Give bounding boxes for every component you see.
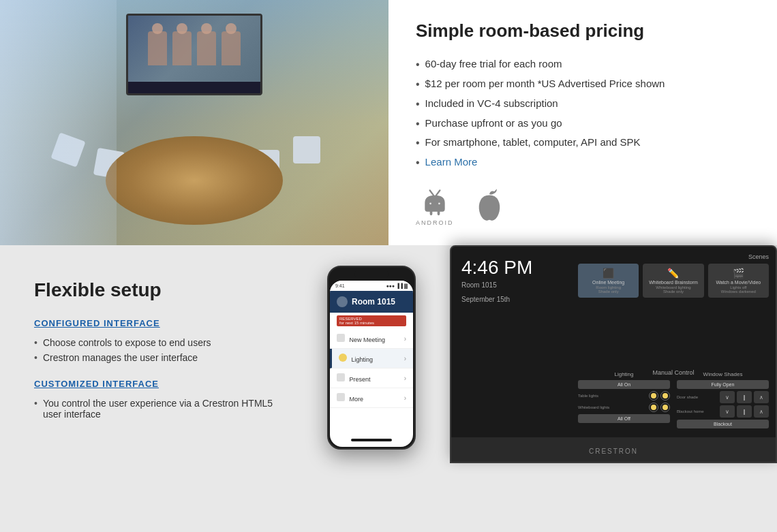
whiteboard-light-btn-2[interactable] xyxy=(660,403,670,412)
pricing-bullet-3: Included in VC-4 subscription xyxy=(416,95,750,114)
panel-time: 4:46 PM xyxy=(461,257,532,279)
phone-menu-item-present[interactable]: Present › xyxy=(330,369,413,388)
configured-list: Choose controls to expose to end users C… xyxy=(34,335,286,365)
arrow-icon: › xyxy=(404,355,406,362)
scene-icon: 🎬 xyxy=(711,268,766,279)
platform-icons: ANDROID xyxy=(416,187,750,226)
shades-label: Window Shades xyxy=(677,371,769,377)
phone-mockup: 9:41 ●●● ▐▐ ▓ Room 1015 RESERVED for nex… xyxy=(327,266,416,450)
scene-label: Online Meeting xyxy=(581,280,636,285)
all-on-btn[interactable]: All On xyxy=(578,380,670,389)
phone-header-icon xyxy=(337,296,348,307)
scene-label: Whiteboard Brainstorm xyxy=(645,280,701,285)
panel-mockup: 4:46 PM Room 1015 September 15th Scenes … xyxy=(450,245,777,463)
scene-label: Watch a Movie/Video xyxy=(711,280,766,285)
blackout-up-btn[interactable]: ∧ xyxy=(754,405,769,418)
shade-up-btn[interactable]: ∧ xyxy=(754,391,769,403)
scene-sublabel: Room lightingShade only xyxy=(581,285,636,294)
chair xyxy=(50,132,85,167)
phone-home-indicator xyxy=(351,439,392,441)
table-light-btn-2[interactable] xyxy=(660,391,670,401)
phone-signal: ●●● ▐▐ ▓ xyxy=(386,283,408,288)
panel-screen: 4:46 PM Room 1015 September 15th Scenes … xyxy=(451,247,776,437)
conference-table xyxy=(106,136,283,225)
pricing-bullet-4: Purchase upfront or as you go xyxy=(416,114,750,134)
learn-more-link[interactable]: Learn More xyxy=(425,156,478,168)
svg-point-5 xyxy=(438,202,440,204)
panel-shades-section: Window Shades Fully Open Door shade ∨ ‖ … xyxy=(677,371,769,431)
scene-online-meeting[interactable]: ⬛ Online Meeting Room lightingShade only xyxy=(578,264,639,298)
top-section: Simple room-based pricing 60-day free tr… xyxy=(0,0,777,245)
person xyxy=(148,31,167,65)
arrow-icon: › xyxy=(404,375,406,382)
whiteboard-light-btn-1[interactable] xyxy=(649,403,658,412)
menu-label-present: Present xyxy=(350,376,371,383)
door-shade-label: Door shade xyxy=(677,395,718,399)
pricing-bullet-learn-more: Learn More xyxy=(416,153,750,173)
present-icon xyxy=(337,373,345,381)
panel-room: Room 1015 xyxy=(461,281,532,289)
pricing-bullet-1: 60-day free trial for each room xyxy=(416,55,750,75)
panel-date: September 15th xyxy=(461,296,532,303)
scene-icon: ⬛ xyxy=(581,268,636,279)
menu-label-meeting: New Meeting xyxy=(350,337,386,343)
calendar-icon xyxy=(337,334,345,342)
apple-icon xyxy=(474,189,504,224)
phone-status-bar: 9:41 ●●● ▐▐ ▓ xyxy=(330,281,413,291)
phone-reserved-badge: RESERVED for next 15 minutes xyxy=(337,315,406,326)
arrow-icon: › xyxy=(404,394,406,402)
tv-screen xyxy=(128,16,260,82)
blackout-down-btn[interactable]: ∨ xyxy=(720,405,735,418)
arrow-icon: › xyxy=(404,335,406,343)
scene-icon: ✏️ xyxy=(645,268,701,279)
table-light-btn-1[interactable] xyxy=(649,391,658,401)
phone-screen: 9:41 ●●● ▐▐ ▓ Room 1015 RESERVED for nex… xyxy=(330,281,413,447)
lightbulb-icon xyxy=(339,354,347,362)
more-icon xyxy=(337,393,345,401)
scene-sublabel: Lights offWindows darkened xyxy=(711,285,766,294)
conference-room-image xyxy=(0,0,388,245)
scene-movie[interactable]: 🎬 Watch a Movie/Video Lights offWindows … xyxy=(708,264,769,298)
flexible-title: Flexible setup xyxy=(34,279,286,301)
panel-scenes-grid: ⬛ Online Meeting Room lightingShade only… xyxy=(578,264,769,298)
panel-lighting-section: Lighting All On Table lights Whiteboard … xyxy=(578,371,670,431)
android-platform: ANDROID xyxy=(416,187,454,226)
shade-down-btn[interactable]: ∨ xyxy=(720,391,735,403)
phone-time: 9:41 xyxy=(335,283,345,288)
tv-people xyxy=(128,16,260,82)
panel-controls-row: Lighting All On Table lights Whiteboard … xyxy=(578,371,769,431)
pricing-title: Simple room-based pricing xyxy=(416,20,750,42)
phone-menu-item-lighting[interactable]: Lighting › xyxy=(330,349,413,369)
table-lights-label: Table lights xyxy=(578,394,647,398)
lighting-label: Lighting xyxy=(578,371,670,377)
devices-container: 9:41 ●●● ▐▐ ▓ Room 1015 RESERVED for nex… xyxy=(314,245,777,532)
flexible-content: Flexible setup CONFIGURED INTERFACE Choo… xyxy=(0,245,314,532)
person xyxy=(172,31,192,65)
phone-menu-item-meeting[interactable]: New Meeting › xyxy=(330,329,413,349)
person xyxy=(197,31,216,65)
all-off-btn[interactable]: All Off xyxy=(578,414,670,423)
customized-bullet-1: You control the user experience via a Cr… xyxy=(34,396,286,422)
phone-menu-item-more[interactable]: More › xyxy=(330,388,413,408)
phone-notch xyxy=(354,271,388,277)
svg-line-3 xyxy=(436,190,440,195)
blackout-stop-btn[interactable]: ‖ xyxy=(737,405,752,418)
configured-interface-title: CONFIGURED INTERFACE xyxy=(34,318,286,328)
scene-whiteboard[interactable]: ✏️ Whiteboard Brainstorm Whiteboard ligh… xyxy=(643,264,703,298)
whiteboard-lights-label: Whiteboard lights xyxy=(578,405,647,409)
svg-line-2 xyxy=(429,190,433,195)
android-icon xyxy=(420,187,450,217)
conference-tv xyxy=(126,14,262,95)
configured-bullet-2: Crestron manages the user interface xyxy=(34,350,286,365)
shade-stop-btn[interactable]: ‖ xyxy=(737,391,752,403)
pricing-list: 60-day free trial for each room $12 per … xyxy=(416,55,750,173)
pricing-bullet-5: For smartphone, tablet, computer, API an… xyxy=(416,134,750,153)
pricing-section: Simple room-based pricing 60-day free tr… xyxy=(388,0,777,245)
fully-open-btn[interactable]: Fully Open xyxy=(677,380,769,389)
blackout-btn[interactable]: Blackout xyxy=(677,420,769,428)
customized-interface-title: CUSTOMIZED INTERFACE xyxy=(34,379,286,389)
phone-header: Room 1015 xyxy=(330,291,413,313)
configured-bullet-1: Choose controls to expose to end users xyxy=(34,335,286,350)
crestron-brand: CRESTRON xyxy=(589,448,638,455)
svg-point-4 xyxy=(429,202,431,204)
